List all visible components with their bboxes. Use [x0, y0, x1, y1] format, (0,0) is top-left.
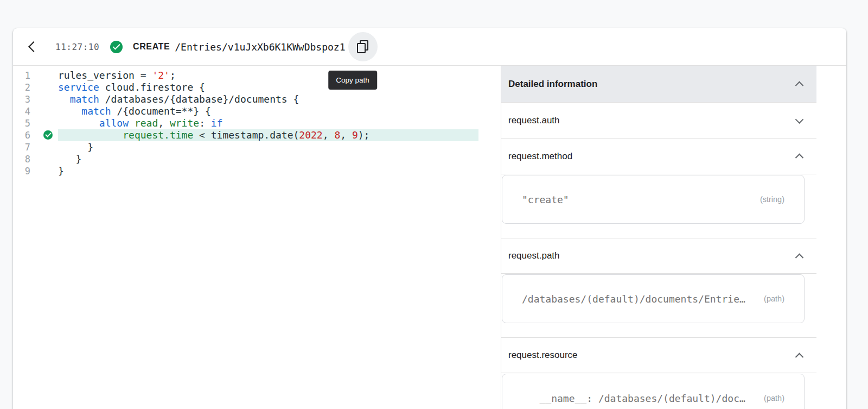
section-value-card: __name__: /databases/(default)/doc…(path…	[502, 374, 805, 409]
chevron-up-icon	[795, 81, 804, 90]
line-gutter: 6	[13, 129, 58, 141]
copy-icon	[357, 40, 368, 53]
line-number: 1	[13, 70, 30, 81]
line-number: 4	[13, 105, 30, 117]
detailed-information-header[interactable]: Detailed information	[501, 66, 816, 103]
line-number: 2	[13, 81, 30, 93]
code-line-4[interactable]: 4 match /{document=**} {	[13, 105, 501, 117]
code-text: request.time < timestamp.date(2022, 8, 9…	[58, 129, 478, 141]
section-label: request.resource	[508, 350, 578, 361]
line-gutter: 9	[13, 165, 58, 177]
code-line-3[interactable]: 3 match /databases/{database}/documents …	[13, 93, 501, 105]
copy-path-button[interactable]	[348, 32, 378, 61]
copy-path-tooltip: Copy path	[328, 71, 377, 90]
chevron-down-icon	[795, 115, 804, 124]
line-gutter: 5	[13, 117, 58, 129]
section-value: "create"	[522, 194, 569, 205]
section-row-request.path[interactable]: request.path	[501, 238, 816, 274]
code-line-7[interactable]: 7 }	[13, 141, 501, 153]
chevron-up-icon	[795, 154, 804, 162]
line-number: 8	[13, 153, 30, 165]
section-label: request.path	[508, 250, 560, 261]
code-line-6[interactable]: 6 request.time < timestamp.date(2022, 8,…	[13, 129, 501, 141]
chevron-up-icon	[795, 353, 804, 361]
panel-sections: request.authrequest.method"create"(strin…	[501, 103, 816, 409]
detailed-information-panel: Detailed information request.authrequest…	[501, 66, 846, 409]
rules-code-editor[interactable]: 1rules_version = '2';2service cloud.fire…	[13, 66, 501, 409]
arrow-back-icon	[28, 41, 39, 52]
request-allowed-check-icon	[110, 41, 123, 53]
code-text: rules_version = '2';	[58, 70, 176, 81]
line-number: 9	[13, 165, 30, 177]
value-type-label: (path)	[764, 394, 784, 402]
section-label: request.auth	[508, 115, 560, 126]
line-allowed-check-icon	[43, 130, 53, 140]
section-row-request.auth[interactable]: request.auth	[501, 103, 816, 139]
code-text: }	[58, 165, 64, 177]
code-text: match /databases/{database}/documents {	[58, 93, 299, 105]
code-text: service cloud.firestore {	[58, 81, 205, 93]
panel-title: Detailed information	[508, 79, 597, 90]
code-line-9[interactable]: 9}	[13, 165, 501, 177]
code-text: match /{document=**} {	[58, 105, 211, 117]
line-gutter: 8	[13, 153, 58, 165]
section-value-card: /databases/(default)/documents/Entrie…(p…	[502, 274, 805, 323]
line-gutter: 4	[13, 105, 58, 117]
line-gutter: 2	[13, 81, 58, 93]
code-line-1[interactable]: 1rules_version = '2';	[13, 70, 501, 81]
line-gutter: 1	[13, 70, 58, 81]
request-method: CREATE	[133, 42, 170, 52]
code-text: allow read, write: if	[58, 117, 223, 129]
content-split: 1rules_version = '2';2service cloud.fire…	[13, 66, 846, 409]
code-text: }	[58, 141, 93, 153]
line-gutter: 7	[13, 141, 58, 153]
request-timestamp: 11:27:10	[55, 42, 99, 52]
line-number: 7	[13, 141, 30, 153]
section-label: request.method	[508, 151, 572, 162]
value-type-label: (path)	[764, 294, 784, 303]
chevron-up-icon	[795, 253, 804, 262]
rules-evaluation-card: 11:27:10 CREATE /Entries/v1uJxXb6K1KWwDb…	[13, 28, 846, 409]
value-type-label: (string)	[760, 195, 784, 204]
line-gutter: 3	[13, 93, 58, 105]
request-header: 11:27:10 CREATE /Entries/v1uJxXb6K1KWwDb…	[13, 28, 846, 66]
code-lines: 1rules_version = '2';2service cloud.fire…	[13, 70, 501, 177]
line-number: 6	[13, 129, 30, 141]
section-value: __name__: /databases/(default)/doc…	[522, 393, 745, 404]
code-text: }	[58, 153, 81, 165]
request-path: /Entries/v1uJxXb6K1KWwDbspoz1	[175, 41, 345, 53]
section-row-request.resource[interactable]: request.resource	[501, 337, 816, 373]
section-row-request.method[interactable]: request.method	[501, 139, 816, 174]
section-value-card: "create"(string)	[502, 175, 805, 224]
section-value: /databases/(default)/documents/Entrie…	[522, 293, 745, 305]
code-line-2[interactable]: 2service cloud.firestore {	[13, 81, 501, 93]
code-line-8[interactable]: 8 }	[13, 153, 501, 165]
back-button[interactable]	[26, 40, 39, 53]
code-line-5[interactable]: 5 allow read, write: if	[13, 117, 501, 129]
line-number: 5	[13, 117, 30, 129]
line-number: 3	[13, 93, 30, 105]
